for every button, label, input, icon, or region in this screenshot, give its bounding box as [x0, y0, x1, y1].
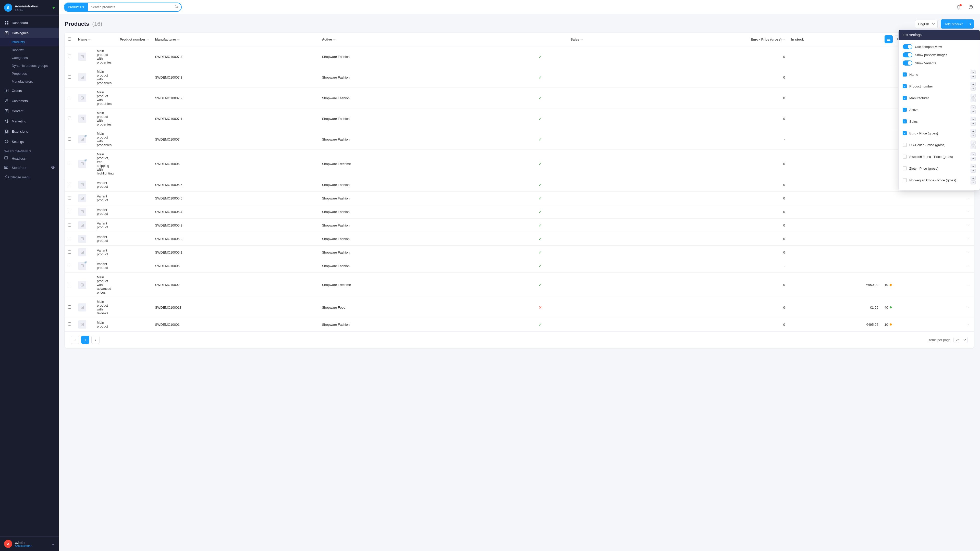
sidebar-item-products[interactable]: Products: [0, 38, 59, 46]
row-product-name[interactable]: Variant product: [97, 262, 108, 270]
page-1-btn[interactable]: 1: [81, 336, 89, 344]
col-up-manufacturer[interactable]: ▲: [970, 94, 976, 98]
col-down-name[interactable]: ▼: [970, 75, 976, 79]
row-checkbox[interactable]: [68, 322, 71, 326]
items-per-page-select[interactable]: 25 50 100: [953, 337, 968, 343]
sidebar-item-properties[interactable]: Properties: [0, 70, 59, 78]
col-down-manufacturer[interactable]: ▼: [970, 98, 976, 102]
row-action-btn[interactable]: ···: [963, 208, 971, 215]
col-checkbox-manufacturer[interactable]: ✓: [903, 96, 907, 100]
row-product-name[interactable]: Variant product: [97, 248, 108, 256]
row-checkbox[interactable]: [68, 264, 71, 267]
th-sales[interactable]: Sales ⋯: [494, 33, 586, 46]
col-checkbox-sek_price[interactable]: [903, 155, 907, 159]
col-up-sek_price[interactable]: ▲: [970, 152, 976, 156]
row-product-name[interactable]: Main product with properties: [97, 111, 111, 126]
col-down-sales[interactable]: ▼: [970, 122, 976, 126]
col-up-nok_price[interactable]: ▲: [970, 176, 976, 180]
row-product-name[interactable]: Variant product: [97, 208, 108, 216]
row-product-name[interactable]: Main product with properties: [97, 70, 111, 85]
row-product-name[interactable]: Main product, free shipping with highlig…: [97, 152, 114, 175]
col-up-pln_price[interactable]: ▲: [970, 164, 976, 168]
row-action-btn[interactable]: ···: [963, 282, 971, 288]
prev-page-btn[interactable]: ‹: [71, 336, 79, 344]
sidebar-item-settings[interactable]: Settings: [0, 137, 59, 147]
row-product-name[interactable]: Main product with properties: [97, 132, 111, 147]
sidebar-item-storefront[interactable]: Storefront: [0, 163, 59, 172]
row-checkbox[interactable]: [68, 250, 71, 254]
add-product-button[interactable]: Add product ▾: [941, 19, 974, 29]
th-stock[interactable]: In stock: [788, 33, 881, 46]
sidebar-item-extensions[interactable]: Extensions: [0, 126, 59, 137]
preview-images-toggle[interactable]: [903, 52, 912, 57]
search-category-btn[interactable]: Products ▾: [64, 3, 88, 11]
col-down-pln_price[interactable]: ▼: [970, 168, 976, 173]
col-up-product_number[interactable]: ▲: [970, 82, 976, 86]
th-active[interactable]: Active ⋯: [319, 33, 494, 46]
row-product-name[interactable]: Variant product: [97, 194, 108, 202]
th-manufacturer[interactable]: Manufacturer ⋯: [152, 33, 319, 46]
row-action-btn[interactable]: ···: [963, 222, 971, 228]
th-product-number[interactable]: Product number ⋯: [117, 33, 152, 46]
col-checkbox-us_price[interactable]: [903, 143, 907, 147]
row-checkbox[interactable]: [68, 183, 71, 186]
col-up-active[interactable]: ▲: [970, 105, 976, 110]
compact-view-toggle[interactable]: [903, 44, 912, 49]
row-checkbox[interactable]: [68, 162, 71, 165]
col-down-nok_price[interactable]: ▼: [970, 180, 976, 184]
row-checkbox[interactable]: [68, 75, 71, 79]
help-btn[interactable]: [967, 3, 975, 11]
sidebar-item-reviews[interactable]: Reviews: [0, 46, 59, 54]
row-checkbox[interactable]: [68, 305, 71, 309]
next-page-btn[interactable]: ›: [91, 336, 100, 344]
sidebar-item-orders[interactable]: Orders: [0, 86, 59, 96]
col-checkbox-active[interactable]: ✓: [903, 108, 907, 112]
row-product-name[interactable]: Main product with advanced prices: [97, 275, 111, 294]
list-settings-btn[interactable]: [885, 35, 893, 43]
sidebar-item-dynamic-product-groups[interactable]: Dynamic product groups: [0, 62, 59, 70]
row-checkbox[interactable]: [68, 237, 71, 240]
row-product-name[interactable]: Variant product: [97, 181, 108, 189]
row-action-btn[interactable]: ···: [963, 249, 971, 256]
col-down-product_number[interactable]: ▼: [970, 86, 976, 91]
sidebar-item-marketing[interactable]: Marketing: [0, 116, 59, 126]
sidebar-item-dashboard[interactable]: Dashboard: [0, 17, 59, 28]
row-checkbox[interactable]: [68, 283, 71, 286]
col-checkbox-nok_price[interactable]: [903, 178, 907, 182]
col-down-euro_price[interactable]: ▼: [970, 133, 976, 138]
col-down-active[interactable]: ▼: [970, 110, 976, 114]
language-select[interactable]: English: [915, 20, 938, 28]
sidebar-item-categories[interactable]: Categories: [0, 54, 59, 62]
col-down-us_price[interactable]: ▼: [970, 145, 976, 149]
col-checkbox-pln_price[interactable]: [903, 166, 907, 170]
row-checkbox[interactable]: [68, 55, 71, 58]
notifications-btn[interactable]: [955, 3, 963, 11]
col-checkbox-product_number[interactable]: ✓: [903, 84, 907, 88]
row-checkbox[interactable]: [68, 117, 71, 120]
row-product-name[interactable]: Variant product: [97, 235, 108, 243]
select-all-checkbox[interactable]: [68, 37, 71, 41]
col-checkbox-sales[interactable]: ✓: [903, 119, 907, 124]
row-action-btn[interactable]: ···: [963, 321, 971, 327]
row-product-name[interactable]: Main product with properties: [97, 90, 111, 106]
row-checkbox[interactable]: [68, 196, 71, 200]
sidebar-item-content[interactable]: Content: [0, 106, 59, 116]
row-checkbox[interactable]: [68, 223, 71, 227]
col-checkbox-euro_price[interactable]: ✓: [903, 131, 907, 135]
add-product-arrow-icon[interactable]: ▾: [967, 19, 974, 29]
col-up-name[interactable]: ▲: [970, 70, 976, 74]
user-info[interactable]: A admin Administrator ▲: [4, 540, 55, 548]
row-product-name[interactable]: Main product with properties: [97, 49, 111, 64]
search-input[interactable]: [88, 5, 175, 9]
col-checkbox-name[interactable]: ✓: [903, 73, 907, 76]
row-action-btn[interactable]: ···: [963, 304, 971, 310]
col-down-sek_price[interactable]: ▼: [970, 157, 976, 161]
sidebar-item-customers[interactable]: Customers: [0, 96, 59, 106]
sidebar-item-catalogues[interactable]: Catalogues: [0, 28, 59, 38]
row-product-name[interactable]: Variant product: [97, 221, 108, 229]
row-action-btn[interactable]: ···: [963, 235, 971, 242]
show-variants-toggle[interactable]: [903, 60, 912, 65]
sidebar-item-headless[interactable]: Headless: [0, 154, 59, 163]
row-action-btn[interactable]: ···: [963, 262, 971, 269]
col-up-sales[interactable]: ▲: [970, 117, 976, 121]
